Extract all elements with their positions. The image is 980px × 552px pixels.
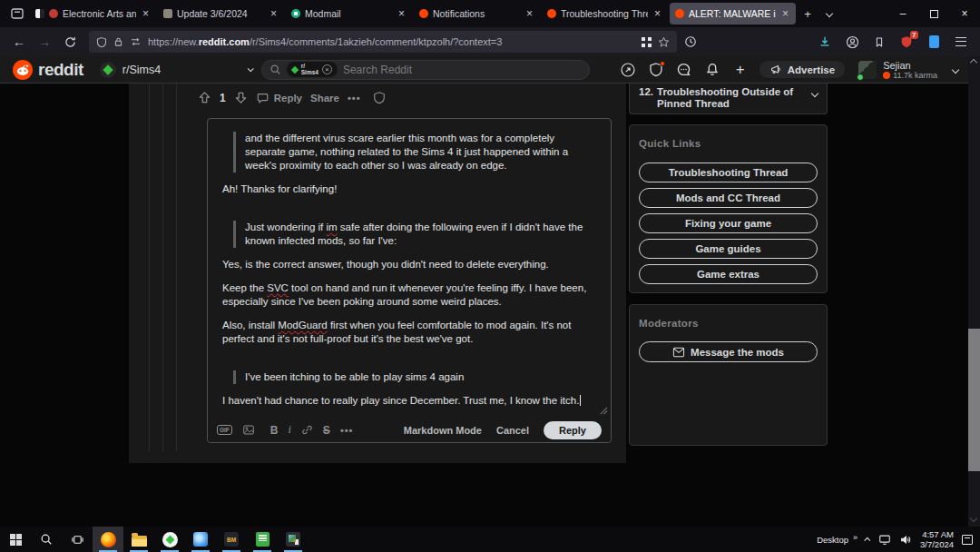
ea-favicon	[49, 9, 58, 18]
thread-depth-line[interactable]	[176, 84, 177, 451]
url-bar[interactable]: https://new.reddit.com/r/Sims4/comments/…	[89, 31, 677, 53]
quick-link-troubleshooting[interactable]: Troubleshooting Thread	[639, 163, 818, 182]
task-view-icon[interactable]	[62, 527, 93, 552]
tab-modmail[interactable]: Modmail ×	[286, 3, 412, 25]
share-button[interactable]: Share	[310, 93, 339, 104]
modqueue-shield-icon[interactable]	[647, 61, 665, 79]
scroll-down-icon[interactable]	[970, 515, 977, 522]
reload-icon[interactable]	[58, 30, 82, 54]
tab-close-icon[interactable]: ×	[780, 7, 790, 20]
volume-icon[interactable]	[899, 534, 912, 546]
back-button[interactable]: ←	[7, 30, 31, 54]
tab-close-icon[interactable]: ×	[397, 7, 407, 20]
containers-grid-icon[interactable]	[642, 37, 652, 47]
browser-tab-bar: Electronic Arts and Max × Update 3/6/202…	[0, 0, 980, 27]
tab-alert-malware-active[interactable]: ALERT: MALWARE is being ×	[670, 3, 796, 25]
action-center-icon[interactable]	[962, 535, 973, 545]
blue-extension-icon[interactable]	[922, 30, 946, 54]
downvote-icon[interactable]	[234, 91, 248, 104]
sims-plumbob-icon	[162, 532, 178, 547]
taskbar-sims4[interactable]	[154, 527, 185, 552]
tab-close-icon[interactable]: ×	[652, 7, 662, 20]
search-community-chip[interactable]: r/Sims4 ×	[287, 62, 338, 77]
chat-icon[interactable]	[675, 61, 693, 79]
gif-button[interactable]: GIF	[217, 425, 232, 435]
close-window-button[interactable]: ×	[949, 0, 980, 27]
reply-button[interactable]: Reply	[256, 92, 302, 104]
popular-outbound-icon[interactable]	[619, 61, 637, 79]
taskbar-green-doc-app[interactable]	[247, 527, 278, 552]
tab-update[interactable]: Update 3/6/2024 ×	[158, 3, 284, 25]
mod-shield-icon[interactable]	[373, 91, 386, 104]
extension-icon[interactable]	[867, 30, 891, 54]
message-mods-button[interactable]: Message the mods	[639, 341, 818, 362]
tab-troubleshooting[interactable]: Troubleshooting Thread — ×	[542, 3, 668, 25]
tab-dropdown-icon[interactable]	[818, 3, 840, 25]
new-tab-button[interactable]: +	[797, 3, 818, 25]
quick-link-game-extras[interactable]: Game extras	[639, 264, 818, 284]
search-bar[interactable]: r/Sims4 ×	[261, 60, 590, 80]
start-button[interactable]	[0, 527, 31, 552]
thread-depth-line[interactable]	[149, 84, 150, 451]
downloads-icon[interactable]	[813, 30, 837, 54]
tab-electronic-arts[interactable]: Electronic Arts and Max ×	[30, 3, 156, 25]
more-formatting-icon[interactable]: •••	[340, 425, 354, 436]
notifications-bell-icon[interactable]	[703, 61, 721, 79]
bold-button[interactable]: B	[270, 424, 279, 437]
chevron-down-icon[interactable]	[952, 65, 959, 73]
link-icon[interactable]	[301, 424, 313, 436]
more-options-icon[interactable]: •••	[348, 93, 361, 104]
tracking-toggle-icon[interactable]	[130, 36, 142, 47]
reply-submit-button[interactable]: Reply	[544, 421, 602, 439]
user-menu[interactable]: Sejian 11.7k karma	[858, 60, 937, 80]
italic-button[interactable]: i	[289, 423, 291, 437]
taskbar-search-icon[interactable]	[31, 527, 62, 552]
forward-button[interactable]: →	[33, 30, 56, 54]
quick-link-fixing-game[interactable]: Fixing your game	[639, 213, 818, 233]
rule-item-12[interactable]: 12. Troubleshooting Outside of Pinned Th…	[629, 84, 828, 114]
tab-close-icon[interactable]: ×	[524, 7, 534, 20]
network-icon[interactable]	[878, 534, 891, 546]
reddit-logo[interactable]: reddit	[13, 60, 83, 80]
menu-icon[interactable]	[949, 30, 973, 54]
cancel-button[interactable]: Cancel	[496, 425, 529, 436]
taskbar-blue-app[interactable]	[185, 527, 216, 552]
remove-chip-icon[interactable]: ×	[322, 64, 332, 74]
thread-depth-line[interactable]	[162, 84, 163, 451]
reply-text-editor[interactable]: and the different virus scare earlier th…	[208, 119, 611, 418]
search-input[interactable]	[343, 64, 582, 76]
adblock-shield-icon[interactable]: 7	[895, 30, 918, 54]
taskbar-bm-app[interactable]: BM	[216, 527, 247, 552]
tab-list-icon[interactable]	[5, 3, 29, 25]
lock-icon[interactable]	[113, 36, 123, 47]
shield-icon[interactable]	[96, 36, 107, 48]
strikethrough-button[interactable]: S	[323, 424, 330, 437]
community-selector[interactable]: r/Sims4	[100, 62, 252, 78]
show-hidden-icons[interactable]	[864, 537, 870, 543]
quick-link-mods-cc[interactable]: Mods and CC Thread	[639, 188, 818, 208]
history-clock-icon[interactable]	[679, 30, 702, 54]
taskbar-clock[interactable]: 4:57 AM 3/7/2024	[920, 529, 954, 549]
tab-notifications[interactable]: Notifications ×	[414, 3, 540, 25]
page-scrollbar[interactable]	[968, 56, 980, 527]
scroll-up-icon[interactable]	[970, 59, 977, 66]
taskbar-firefox[interactable]	[93, 527, 123, 552]
resize-handle[interactable]	[600, 407, 608, 415]
taskbar-photo-app[interactable]	[278, 527, 309, 552]
desktop-toolbar-label[interactable]: Desktop	[817, 535, 848, 545]
scrollbar-thumb[interactable]	[968, 329, 980, 471]
tab-close-icon[interactable]: ×	[141, 7, 151, 20]
minimize-button[interactable]: –	[887, 0, 918, 27]
maximize-button[interactable]	[918, 0, 949, 27]
quick-link-game-guides[interactable]: Game guides	[639, 239, 818, 259]
taskbar-file-explorer[interactable]	[123, 527, 154, 552]
upvote-icon[interactable]	[198, 91, 211, 104]
account-icon[interactable]	[840, 30, 864, 54]
advertise-button[interactable]: Advertise	[760, 61, 845, 78]
tab-close-icon[interactable]: ×	[269, 7, 279, 20]
create-post-plus-icon[interactable]: +	[731, 61, 750, 79]
image-upload-icon[interactable]	[242, 424, 255, 436]
toolbar-expand-icon[interactable]: »	[853, 533, 858, 542]
bookmark-star-icon[interactable]	[658, 36, 670, 48]
markdown-mode-button[interactable]: Markdown Mode	[404, 425, 482, 436]
